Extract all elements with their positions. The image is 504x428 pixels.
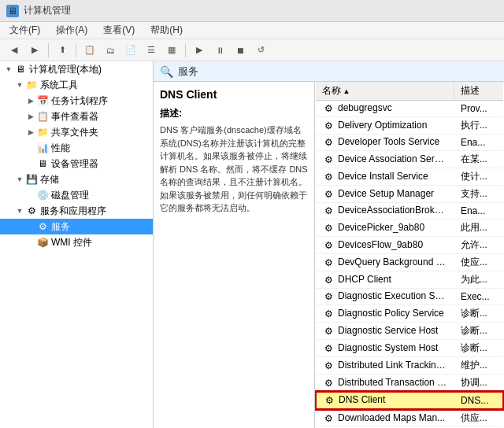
root-expand-icon[interactable]: ▼ <box>3 64 14 75</box>
restart-button[interactable]: ↺ <box>251 42 270 59</box>
tree-wmi[interactable]: 📦 WMI 控件 <box>0 234 153 250</box>
menu-view[interactable]: 查看(V) <box>100 23 138 38</box>
tree-wmi-label: WMI 控件 <box>51 236 92 249</box>
service-name-cell: ⚙DeviceAssociationBroker... <box>316 203 454 220</box>
stop-button[interactable]: ⏹ <box>231 42 250 59</box>
diskmgr-expand-icon[interactable] <box>25 190 36 201</box>
table-row[interactable]: ⚙debugregsvcProv... <box>316 101 503 117</box>
extra-view-button[interactable]: ▦ <box>162 42 181 59</box>
up-button[interactable]: ⬆ <box>53 42 72 59</box>
service-name-label: Device Setup Manager <box>338 188 434 199</box>
table-row[interactable]: ⚙Distributed Transaction C...协调... <box>316 374 503 393</box>
service-name-label: Distributed Transaction C... <box>338 377 452 388</box>
detail-view-button[interactable]: ☰ <box>142 42 161 59</box>
service-icon: ⚙ <box>322 360 335 372</box>
table-row[interactable]: ⚙Distributed Link Tracking...维护... <box>316 357 503 374</box>
show-hide-button[interactable]: 📋 <box>80 42 99 59</box>
table-row[interactable]: ⚙Device Install Service使计... <box>316 168 503 186</box>
table-row[interactable]: ⚙Diagnostic Policy Service诊断... <box>316 305 503 323</box>
service-name-label: DeviceAssociationBroker... <box>338 205 450 216</box>
tree-storage[interactable]: ▼ 💾 存储 <box>0 172 153 187</box>
tree-root[interactable]: ▼ 🖥 计算机管理(本地) <box>0 61 153 77</box>
tree-services[interactable]: ⚙ 服务 <box>0 219 153 234</box>
icon-view-button[interactable]: 🗂 <box>101 42 120 59</box>
menu-action[interactable]: 操作(A) <box>53 23 91 38</box>
table-row[interactable]: ⚙DevicesFlow_9ab80允许... <box>316 237 503 254</box>
table-row[interactable]: ⚙DevicePicker_9ab80此用... <box>316 220 503 237</box>
service-desc-cell: 使应... <box>454 254 503 271</box>
back-button[interactable]: ◀ <box>5 42 24 59</box>
table-row[interactable]: ⚙Delivery Optimization执行... <box>316 117 503 135</box>
service-icon: ⚙ <box>323 394 335 407</box>
split-view: DNS Client 描述: DNS 客户端服务(dnscache)缓存域名系统… <box>154 82 504 428</box>
service-name-label: Developer Tools Service <box>338 136 439 147</box>
service-icon: ⚙ <box>322 120 335 132</box>
tree-devmgr[interactable]: 🖥 设备管理器 <box>0 156 153 172</box>
service-desc-cell: 允许... <box>454 237 503 254</box>
tree-shared[interactable]: ▶ 📁 共享文件夹 <box>0 124 153 140</box>
service-desc-cell: 诊断... <box>454 323 503 340</box>
tree-tasks[interactable]: ▶ 📅 任务计划程序 <box>0 93 153 109</box>
table-row[interactable]: ⚙Diagnostic Service Host诊断... <box>316 323 503 340</box>
services-table: 名称 描述 ⚙debugregsvcProv...⚙Delivery Optim… <box>315 82 504 427</box>
services-expand-icon[interactable] <box>25 221 36 232</box>
table-row[interactable]: ⚙DevQuery Background D...使应... <box>316 254 503 271</box>
service-desc-cell: 维护... <box>454 357 503 374</box>
tasks-expand-icon[interactable]: ▶ <box>25 95 36 106</box>
tree-systools[interactable]: ▼ 📁 系统工具 <box>0 77 153 93</box>
perf-expand-icon[interactable] <box>25 142 36 153</box>
service-desc-cell: 执行... <box>454 117 503 135</box>
tree-diskmgr-label: 磁盘管理 <box>51 189 89 202</box>
service-icon: ⚙ <box>322 239 335 252</box>
service-icon: ⚙ <box>322 377 335 389</box>
table-row[interactable]: ⚙Diagnostic System Host诊断... <box>316 340 503 357</box>
play-button[interactable]: ▶ <box>190 42 209 59</box>
wmi-expand-icon[interactable] <box>25 237 36 248</box>
table-row[interactable]: ⚙Device Association Service在某... <box>316 151 503 168</box>
desc-panel: DNS Client 描述: DNS 客户端服务(dnscache)缓存域名系统… <box>154 82 315 428</box>
systools-expand-icon[interactable]: ▼ <box>14 79 25 90</box>
tree-shared-label: 共享文件夹 <box>51 126 98 139</box>
devmgr-expand-icon[interactable] <box>25 158 36 169</box>
service-name-label: Device Association Service <box>338 153 451 164</box>
menu-file[interactable]: 文件(F) <box>6 23 43 38</box>
service-name-label: Device Install Service <box>338 171 428 182</box>
service-desc-cell: 使计... <box>454 168 503 186</box>
menu-help[interactable]: 帮助(H) <box>147 23 186 38</box>
service-desc-cell: 此用... <box>454 220 503 237</box>
shared-expand-icon[interactable]: ▶ <box>25 127 36 138</box>
table-row[interactable]: ⚙Device Setup Manager支持... <box>316 186 503 203</box>
list-view-button[interactable]: 📄 <box>121 42 140 59</box>
table-row[interactable]: ⚙Diagnostic Execution Ser...Exec... <box>316 289 503 305</box>
forward-button[interactable]: ▶ <box>25 42 44 59</box>
tree-svcsapps[interactable]: ▼ ⚙ 服务和应用程序 <box>0 203 153 219</box>
table-row[interactable]: ⚙DeviceAssociationBroker...Ena... <box>316 203 503 220</box>
service-icon: ⚙ <box>322 342 335 355</box>
tree-perf[interactable]: 📊 性能 <box>0 140 153 156</box>
service-name-cell: ⚙DevicesFlow_9ab80 <box>316 237 454 254</box>
pause-button[interactable]: ⏸ <box>210 42 229 59</box>
service-icon: ⚙ <box>322 256 335 269</box>
service-desc-cell: 诊断... <box>454 305 503 323</box>
tree-root-label: 计算机管理(本地) <box>29 63 102 76</box>
table-row[interactable]: ⚙Developer Tools ServiceEna... <box>316 135 503 151</box>
tree-svcsapps-label: 服务和应用程序 <box>40 205 106 218</box>
table-row[interactable]: ⚙Downloaded Maps Man...供应... <box>316 409 503 427</box>
col-header-desc[interactable]: 描述 <box>454 82 503 101</box>
services-header: 🔍 服务 <box>154 61 504 82</box>
col-header-name[interactable]: 名称 <box>316 82 454 101</box>
table-row[interactable]: ⚙DNS ClientDNS... <box>316 392 503 409</box>
service-desc-cell: 协调... <box>454 374 503 393</box>
selected-service-name: DNS Client <box>160 88 308 101</box>
events-expand-icon[interactable]: ▶ <box>25 111 36 122</box>
service-icon: ⚙ <box>322 188 335 201</box>
service-icon: ⚙ <box>322 153 335 166</box>
tree-diskmgr[interactable]: 💿 磁盘管理 <box>0 187 153 203</box>
window-title: 计算机管理 <box>24 4 71 17</box>
tree-events[interactable]: ▶ 📋 事件查看器 <box>0 109 153 124</box>
svcsapps-expand-icon[interactable]: ▼ <box>14 205 25 216</box>
table-row[interactable]: ⚙DHCP Client为此... <box>316 271 503 289</box>
left-tree-panel: ▼ 🖥 计算机管理(本地) ▼ 📁 系统工具 ▶ 📅 任务计划程序 ▶ 📋 事件… <box>0 61 154 428</box>
storage-expand-icon[interactable]: ▼ <box>14 174 25 185</box>
service-name-label: Diagnostic Execution Ser... <box>338 290 450 301</box>
